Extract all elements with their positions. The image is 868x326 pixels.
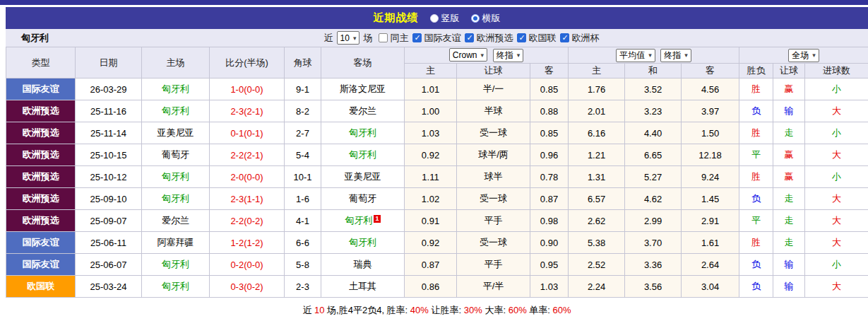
goals-cell: 小 — [805, 254, 868, 276]
avg-stage-select[interactable]: 终指 — [660, 49, 691, 62]
corners-cell: 8-2 — [285, 100, 321, 122]
checkbox-label: 欧国联 — [528, 32, 556, 45]
date-cell: 25-06-07 — [76, 254, 142, 276]
goals-label: 大 — [832, 281, 841, 291]
col-header-avg-away: 客 — [682, 64, 739, 78]
radio-vertical-label: 竖版 — [441, 12, 460, 25]
avg-away-cell: 4.56 — [682, 78, 739, 100]
avg-home-cell: 1.76 — [569, 78, 625, 100]
goals-cell: 小 — [805, 166, 868, 188]
avg-draw-cell: 3.52 — [625, 78, 682, 100]
layout-radio-vertical[interactable]: 竖版 — [430, 12, 460, 25]
odds-company-select[interactable]: Crown — [449, 48, 487, 62]
odds-home-cell: 0.92 — [405, 144, 457, 166]
scope-select[interactable]: 全场 — [788, 49, 819, 62]
checkbox-label: 国际友谊 — [424, 32, 460, 45]
avg-home-cell: 2.62 — [569, 210, 625, 232]
result-cell: 胜 — [739, 166, 773, 188]
goals-label: 小 — [832, 171, 841, 182]
home-team-cell: 匈牙利 — [142, 254, 210, 276]
home-team-name: 葡萄牙 — [162, 149, 189, 160]
corners-cell: 1-6 — [285, 188, 321, 210]
matches-unit-label: 场 — [363, 32, 372, 45]
handicap-result-cell: 赢 — [773, 144, 805, 166]
panel-title: 近期战绩 — [374, 11, 419, 25]
result-cell: 平 — [739, 144, 773, 166]
near-label: 近 — [324, 32, 333, 45]
away-team-name: 匈牙利 — [349, 127, 376, 138]
odds-handicap-cell: 平手 — [457, 254, 530, 276]
score-cell: 0-2(0-0) — [210, 254, 285, 276]
col-header-home: 主场 — [142, 47, 210, 78]
checkbox-label: 欧洲杯 — [571, 32, 599, 45]
avg-away-cell: 3.04 — [682, 276, 739, 298]
goals-label: 大 — [832, 105, 841, 116]
odds-away-cell: 0.87 — [530, 188, 569, 210]
odds-stage-select[interactable]: 终指 — [493, 49, 524, 62]
away-team-cell: 斯洛文尼亚 — [321, 78, 405, 100]
filter-checkbox[interactable]: 欧洲杯 — [560, 32, 599, 45]
match-row: 欧洲预选 25-09-07 爱尔兰 2-2(0-2) 4-1 匈牙利1 0.91… — [6, 210, 868, 232]
radio-vertical-icon — [430, 14, 439, 23]
score-cell: 2-3(1-1) — [210, 188, 285, 210]
handicap-result-label: 赢 — [785, 149, 794, 160]
avg-away-cell: 2.91 — [682, 210, 739, 232]
corners-cell: 10-1 — [285, 166, 321, 188]
goals-cell: 大 — [805, 100, 868, 122]
goals-cell: 大 — [805, 232, 868, 254]
score-cell: 2-2(2-1) — [210, 144, 285, 166]
handicap-result-cell: 输 — [773, 254, 805, 276]
checkbox-icon — [412, 33, 422, 42]
odds-handicap-cell: 平/半 — [457, 276, 530, 298]
handicap-result-cell: 输 — [773, 100, 805, 122]
col-header-avg-draw: 和 — [625, 64, 682, 78]
handicap-result-label: 走 — [785, 237, 794, 248]
filter-checkbox[interactable]: 欧洲预选 — [465, 32, 513, 45]
col-header-type: 类型 — [6, 47, 76, 78]
avg-home-cell: 6.16 — [569, 122, 625, 144]
home-team-name: 匈牙利 — [162, 83, 189, 94]
odds-handicap-cell: 受一球 — [457, 122, 530, 144]
filter-checkbox[interactable]: 国际友谊 — [412, 32, 460, 45]
col-header-odds-home: 主 — [405, 64, 457, 78]
top-divider-bar — [0, 0, 868, 5]
avg-draw-cell: 3.70 — [625, 232, 682, 254]
odds-handicap-cell: 半球 — [457, 100, 530, 122]
odds-home-cell: 1.01 — [405, 78, 457, 100]
handicap-result-label: 输 — [785, 259, 794, 269]
goals-cell: 小 — [805, 122, 868, 144]
competition-filter-group: 同主 国际友谊 欧洲预选 欧国联 — [374, 32, 599, 45]
result-label: 负 — [751, 259, 761, 269]
checkbox-icon — [517, 33, 526, 42]
corners-cell: 2-7 — [285, 122, 321, 144]
handicap-result-cell: 走 — [773, 210, 805, 232]
layout-radio-horizontal[interactable]: 横版 — [471, 12, 501, 25]
home-team-name: 爱尔兰 — [162, 215, 189, 226]
results-body: 国际友谊 26-03-29 匈牙利 1-0(0-0) 9-1 斯洛文尼亚 1.0… — [6, 78, 868, 298]
match-row: 国际友谊 25-06-07 匈牙利 0-2(0-0) 5-8 瑞典 0.87 平… — [6, 254, 868, 276]
handicap-result-label: 赢 — [785, 83, 794, 94]
odds-home-cell: 0.87 — [405, 254, 457, 276]
odds-handicap-cell: 半/一 — [457, 78, 530, 100]
away-team-cell: 土耳其 — [321, 276, 405, 298]
match-type-label: 欧洲预选 — [23, 215, 59, 226]
red-card-badge: 1 — [374, 215, 380, 223]
avg-home-cell: 2.24 — [569, 276, 625, 298]
corners-cell: 2-3 — [285, 276, 321, 298]
odds-handicap-cell: 平手 — [457, 210, 530, 232]
date-cell: 25-10-15 — [76, 144, 142, 166]
filter-checkbox[interactable]: 同主 — [379, 32, 408, 45]
avg-home-cell: 6.57 — [569, 188, 625, 210]
away-team-cell: 葡萄牙 — [321, 188, 405, 210]
goals-label: 大 — [832, 237, 841, 248]
filter-checkbox[interactable]: 欧国联 — [517, 32, 556, 45]
avg-away-cell: 1.61 — [682, 232, 739, 254]
match-count-select[interactable]: 10 — [337, 31, 360, 45]
score-cell: 0-3(0-2) — [210, 276, 285, 298]
avg-away-cell: 3.97 — [682, 100, 739, 122]
odds-handicap-cell: 受一球 — [457, 232, 530, 254]
away-team-name: 爱尔兰 — [349, 105, 376, 116]
match-type-cell: 欧洲预选 — [6, 210, 76, 232]
avg-source-select[interactable]: 平均值 — [616, 49, 655, 62]
panel-header: 近期战绩 竖版 横版 — [6, 7, 868, 29]
